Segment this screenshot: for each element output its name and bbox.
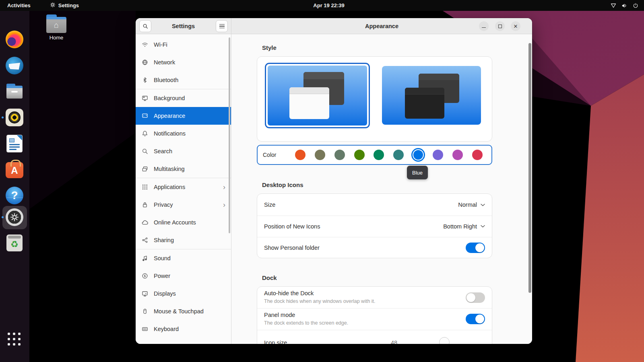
dock-item-settings[interactable] <box>6 208 23 226</box>
color-swatch-prussian-green[interactable] <box>393 150 404 160</box>
share-icon <box>142 237 148 243</box>
sidebar-item-label: Wi-Fi <box>154 41 167 48</box>
firefox-icon <box>6 31 23 48</box>
main-pane: Appearance ✕ Style Light D <box>231 18 532 344</box>
show-applications-button[interactable] <box>8 333 25 350</box>
cloud-icon <box>142 219 148 226</box>
toggle-show-personal-folder[interactable] <box>466 243 485 253</box>
bluetooth-icon <box>142 77 148 83</box>
row-label: Auto-hide the Dock <box>264 290 314 296</box>
sidebar-item-network[interactable]: Network <box>136 53 231 71</box>
desktop-icon-home[interactable]: ⌂ Home <box>42 14 71 41</box>
magnifier-icon <box>142 148 148 154</box>
row-show-personal-folder: Show Personal folder <box>257 237 492 259</box>
apps-grid-icon <box>8 333 25 346</box>
row-label: Panel mode <box>264 312 295 318</box>
activities-button[interactable]: Activities <box>7 2 31 8</box>
color-swatch-purple[interactable] <box>433 150 443 160</box>
color-swatch-olive[interactable] <box>354 150 365 160</box>
row-label: Size <box>264 202 275 208</box>
sidebar-item-displays[interactable]: Displays <box>136 285 231 302</box>
system-status-area[interactable] <box>611 0 638 11</box>
sidebar-item-applications[interactable]: Applications › <box>136 178 231 196</box>
gear-icon <box>50 2 56 9</box>
sidebar-item-keyboard[interactable]: Keyboard <box>136 320 231 338</box>
desktop-icons-heading: Desktop Icons <box>262 181 303 188</box>
minimize-button[interactable] <box>479 21 489 31</box>
app-menu-label: Settings <box>58 2 79 8</box>
dock-item-firefox[interactable] <box>6 31 23 48</box>
volume-icon <box>621 3 627 8</box>
sidebar-item-label: Network <box>154 59 175 66</box>
sidebar-item-label: Keyboard <box>154 326 179 332</box>
toggle-panel-mode[interactable] <box>466 314 485 324</box>
dock-item-trash[interactable]: ♻ <box>6 234 23 252</box>
maximize-button[interactable] <box>495 21 505 31</box>
display-icon <box>142 290 148 297</box>
running-indicator <box>2 117 4 119</box>
globe-icon <box>142 59 148 66</box>
settings-gear-icon <box>6 208 23 226</box>
slider-handle[interactable] <box>439 337 450 344</box>
row-size[interactable]: Size Normal <box>257 194 492 216</box>
color-swatch-bark[interactable] <box>315 150 325 160</box>
sidebar-item-label: Notifications <box>154 130 186 137</box>
style-heading: Style <box>262 44 277 51</box>
appearance-icon <box>142 113 148 119</box>
chevron-right-icon: › <box>223 201 225 208</box>
sidebar-item-power[interactable]: Power <box>136 267 231 285</box>
color-swatch-red[interactable] <box>472 150 483 160</box>
appearance-content: Style Light Dark Color <box>231 34 532 344</box>
clock[interactable]: Apr 19 22:39 <box>313 0 344 11</box>
main-scrollbar[interactable] <box>528 43 531 293</box>
sidebar-item-label: Online Accounts <box>154 219 196 226</box>
sidebar-item-privacy[interactable]: Privacy › <box>136 196 231 214</box>
accent-color-row: Color <box>257 145 492 165</box>
sidebar-item-appearance[interactable]: Appearance <box>136 107 231 125</box>
row-panel-mode: Panel mode The dock extends to the scree… <box>257 308 492 330</box>
help-icon: ? <box>6 187 23 204</box>
window-titlebar[interactable]: Appearance ✕ <box>231 18 532 34</box>
dock-item-thunderbird[interactable] <box>6 57 23 74</box>
sidebar-item-search[interactable]: Search <box>136 142 231 160</box>
sidebar-item-sound[interactable]: Sound <box>136 249 231 267</box>
color-swatch-sage[interactable] <box>334 150 345 160</box>
sidebar-list: Wi-Fi Network Bluetooth Background Appea… <box>136 36 231 338</box>
files-icon <box>6 84 23 99</box>
color-swatch-orange[interactable] <box>295 150 305 160</box>
menu-button[interactable] <box>216 20 228 32</box>
color-swatch-magenta[interactable] <box>452 150 463 160</box>
color-swatch-blue-selected[interactable] <box>411 148 425 162</box>
windows-icon <box>142 166 148 172</box>
dock-item-files[interactable] <box>6 82 23 100</box>
thunderbird-icon <box>6 57 23 74</box>
sidebar-item-online-accounts[interactable]: Online Accounts <box>136 214 231 231</box>
close-button[interactable]: ✕ <box>511 21 520 31</box>
sidebar-item-bluetooth[interactable]: Bluetooth <box>136 71 231 89</box>
dock: ? ♻ <box>0 11 29 362</box>
sidebar-item-label: Privacy <box>154 202 173 208</box>
row-position-new-icons[interactable]: Position of New Icons Bottom Right <box>257 216 492 237</box>
dock-item-help[interactable]: ? <box>6 187 23 204</box>
dock-item-rhythmbox[interactable] <box>6 109 23 126</box>
dock-item-libreoffice-writer[interactable] <box>6 135 23 152</box>
color-swatch-viridian[interactable] <box>374 150 384 160</box>
dock-item-ubuntu-software[interactable] <box>6 160 23 178</box>
style-option-dark[interactable] <box>382 66 481 125</box>
apps-grid-icon <box>142 184 148 190</box>
top-bar: Activities Settings Apr 19 22:39 <box>0 0 644 11</box>
sidebar-item-background[interactable]: Background <box>136 89 231 107</box>
running-indicator <box>2 216 4 218</box>
sidebar-item-notifications[interactable]: Notifications <box>136 125 231 142</box>
sidebar-item-sharing[interactable]: Sharing <box>136 231 231 249</box>
sidebar-item-mouse-touchpad[interactable]: Mouse & Touchpad <box>136 302 231 320</box>
toggle-auto-hide-dock[interactable] <box>466 292 485 303</box>
app-menu-button[interactable]: Settings <box>50 2 79 9</box>
dock-heading: Dock <box>262 274 277 281</box>
sidebar-item-wifi[interactable]: Wi-Fi <box>136 36 231 53</box>
bell-icon <box>142 130 148 137</box>
music-note-icon <box>142 255 148 261</box>
sidebar-scrollbar[interactable] <box>229 37 230 233</box>
style-option-light[interactable] <box>265 63 370 128</box>
sidebar-item-multitasking[interactable]: Multitasking <box>136 160 231 178</box>
